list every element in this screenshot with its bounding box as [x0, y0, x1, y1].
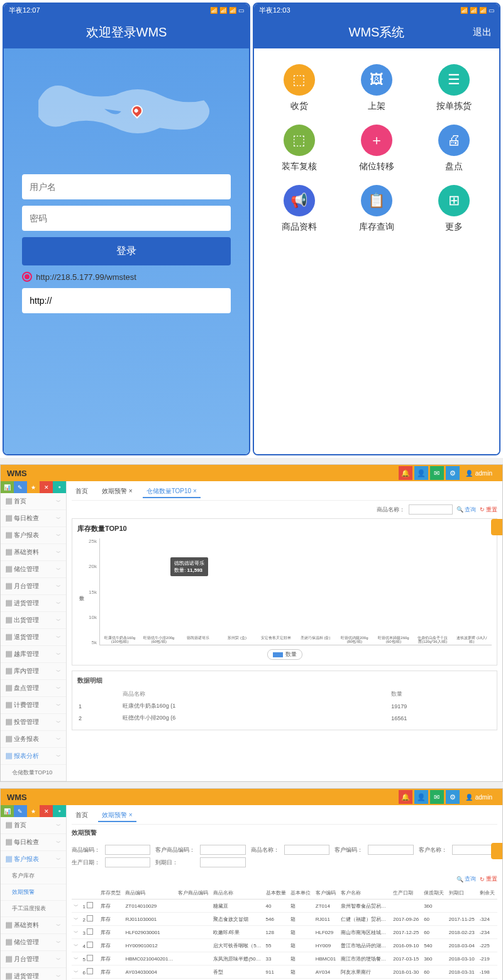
table-row[interactable]: ﹀ 4 库存HY009010012启大可铁香咽喉（5kg） 55箱HY009普江…	[72, 939, 497, 952]
tab[interactable]: 效期预警 ×	[98, 810, 136, 822]
menu-item[interactable]: ☰ 按单拣货	[419, 64, 490, 112]
tool-star-icon[interactable]: ★	[27, 481, 40, 493]
bar-wrap[interactable]: 安它食客天它好米	[260, 635, 292, 645]
menu-item[interactable]: 🖼 上架	[341, 64, 412, 112]
sidebar-item[interactable]: ▦ 储位管理﹀	[1, 561, 66, 578]
user-icon[interactable]: 👤	[414, 466, 428, 480]
tool-chart-icon[interactable]: 📊	[1, 805, 14, 817]
sidebar-item[interactable]: ▦ 退货管理﹀	[1, 629, 66, 646]
url-input-2[interactable]	[22, 288, 231, 313]
admin-badge[interactable]: 👤 admin	[462, 793, 496, 802]
menu-item[interactable]: ⬚ 收货	[263, 64, 334, 112]
menu-item[interactable]: 📋 库存查询	[341, 185, 412, 233]
tab[interactable]: 效期预警 ×	[98, 486, 136, 498]
tab[interactable]: 首页	[72, 486, 92, 498]
filter-product-name[interactable]	[284, 845, 329, 855]
checkbox[interactable]	[87, 902, 93, 908]
sidebar-item[interactable]: ▦ 月台管理﹀	[1, 578, 66, 595]
tab[interactable]: 仓储数量TOP10 ×	[143, 486, 201, 498]
product-name-input[interactable]	[409, 504, 453, 515]
bar-wrap[interactable]: 德凯德诺哥乐	[182, 635, 214, 645]
bell-icon[interactable]: 🔔	[399, 466, 412, 480]
table-row[interactable]: ﹀ 2 库存RJ011030001聚态食族文冒烟 546箱RJ011仁健（福建）…	[72, 913, 497, 926]
sidebar-item[interactable]: ▦ 计费管理﹀	[1, 697, 66, 714]
reset-button[interactable]: ↻重置	[480, 506, 497, 514]
filter-expiry[interactable]	[200, 857, 245, 867]
sidebar-item[interactable]: ▦ 储位管理﹀	[1, 934, 66, 951]
sidebar-item[interactable]: ▦ 业务报表﹀	[1, 731, 66, 748]
expand-icon[interactable]: ﹀	[74, 916, 79, 922]
sidebar-sub-item[interactable]: 手工温度报表	[1, 901, 66, 917]
sidebar-item[interactable]: ▦ 每日检查﹀	[1, 834, 66, 851]
menu-item[interactable]: ⊞ 更多	[419, 185, 490, 233]
checkbox[interactable]	[87, 915, 93, 922]
sidebar-item[interactable]: ▦ 盘点管理﹀	[1, 680, 66, 697]
table-row[interactable]: ﹀ 1 库存ZT014010029糖藏豆 40箱ZT014泉州智泰食品贸易有限 …	[72, 899, 497, 913]
bar-wrap[interactable]: 圣诞巧保温杯 (壶)	[300, 635, 331, 645]
sidebar-sub-item[interactable]: 仓储数量TOP10	[1, 765, 66, 781]
reset-button[interactable]: ↻重置	[480, 875, 497, 883]
tool-share-icon[interactable]: ⚬	[53, 481, 66, 493]
gear-icon[interactable]: ⚙	[446, 466, 460, 480]
menu-item[interactable]: 📢 商品资料	[263, 185, 334, 233]
search-button[interactable]: 🔍查询	[456, 506, 476, 514]
checkbox[interactable]	[87, 928, 93, 935]
tool-star-icon[interactable]: ★	[27, 805, 40, 817]
username-input[interactable]	[22, 174, 231, 199]
url-option-1[interactable]: http://218.5.177.99/wmstest	[22, 272, 231, 282]
search-button[interactable]: 🔍查询	[456, 875, 476, 883]
sidebar-item[interactable]: ▦ 进货管理﹀	[1, 968, 66, 980]
sidebar-item[interactable]: ▦ 报表分析﹀	[1, 748, 66, 765]
sidebar-item[interactable]: ▦ 出货管理﹀	[1, 612, 66, 629]
sidebar-item[interactable]: ▦ 进货管理﹀	[1, 595, 66, 612]
sidebar-item[interactable]: ▦ 越库管理﹀	[1, 646, 66, 663]
expand-icon[interactable]: ﹀	[74, 930, 79, 935]
checkbox[interactable]	[87, 968, 93, 974]
sidebar-item[interactable]: ▦ 客户报表﹀	[1, 527, 66, 544]
bar-wrap[interactable]: 旺德优羊蹄腿260g (60包/箱)	[378, 635, 409, 645]
checkbox[interactable]	[87, 955, 93, 961]
bar-wrap[interactable]: 旺德优牛小排200g (60包/箱)	[143, 635, 175, 645]
menu-item[interactable]: ＋ 储位转移	[341, 125, 412, 172]
tool-edit-icon[interactable]: ✎	[14, 805, 27, 817]
menu-item[interactable]: 🖨 盘点	[419, 125, 490, 172]
mail-icon[interactable]: ✉	[430, 466, 444, 480]
tool-close-icon[interactable]: ✕	[40, 481, 53, 493]
sidebar-item[interactable]: ▦ 投管管理﹀	[1, 714, 66, 731]
login-button[interactable]: 登录	[22, 237, 231, 265]
menu-item[interactable]: ⬚ 装车复核	[263, 125, 334, 172]
mail-icon[interactable]: ✉	[430, 790, 444, 804]
sidebar-item[interactable]: ▦ 基础资料﹀	[1, 917, 66, 934]
expand-icon[interactable]: ﹀	[74, 969, 79, 975]
table-row[interactable]: 1旺康优牛奶条160g (119179	[79, 701, 490, 711]
bar-wrap[interactable]: 佳鼎伯乌鱼子干拉面(120g*36入/箱)	[417, 635, 448, 645]
user-icon[interactable]: 👤	[414, 790, 428, 804]
bar-wrap[interactable]: 苏州荣 (盒)	[221, 635, 253, 645]
table-row[interactable]: ﹀ 3 库存HLF029030001欧嫩咔/咔果 128箱HLF029南山市南海…	[72, 926, 497, 939]
tab[interactable]: 首页	[72, 810, 92, 822]
expand-icon[interactable]: ﹀	[74, 943, 79, 949]
expand-icon[interactable]: ﹀	[74, 903, 79, 909]
filter-cust-product-code[interactable]	[200, 845, 245, 855]
admin-badge[interactable]: 👤 admin	[462, 469, 496, 478]
sidebar-item[interactable]: ▦ 首页﹀	[1, 493, 66, 510]
tool-share-icon[interactable]: ⚬	[53, 805, 66, 817]
side-tab[interactable]	[491, 843, 502, 859]
sidebar-item[interactable]: ▦ 首页﹀	[1, 817, 66, 834]
sidebar-item[interactable]: ▦ 每日检查﹀	[1, 510, 66, 527]
sidebar-sub-item[interactable]: 效期预警	[1, 884, 66, 901]
tool-close-icon[interactable]: ✕	[40, 805, 53, 817]
filter-prod-date[interactable]	[105, 857, 150, 867]
bar-wrap[interactable]: 旺德优鸡腿200g (80包/箱)	[339, 635, 370, 645]
sidebar-item[interactable]: ▦ 库内管理﹀	[1, 663, 66, 680]
gear-icon[interactable]: ⚙	[446, 790, 460, 804]
table-row[interactable]: ﹀ 5 库存HBMC0210040201 002015东凤泡原味半翅(500g*…	[72, 952, 497, 966]
expand-icon[interactable]: ﹀	[74, 956, 79, 962]
table-row[interactable]: 2旺德优牛小排200g (616561	[79, 713, 490, 723]
password-input[interactable]	[22, 206, 231, 231]
bell-icon[interactable]: 🔔	[399, 790, 412, 804]
bar-wrap[interactable]: 速铁波萝啤 (18入/箱)	[456, 635, 487, 645]
sidebar-item[interactable]: ▦ 基础资料﹀	[1, 544, 66, 561]
tool-chart-icon[interactable]: 📊	[1, 481, 14, 493]
filter-product-code[interactable]	[105, 845, 150, 855]
